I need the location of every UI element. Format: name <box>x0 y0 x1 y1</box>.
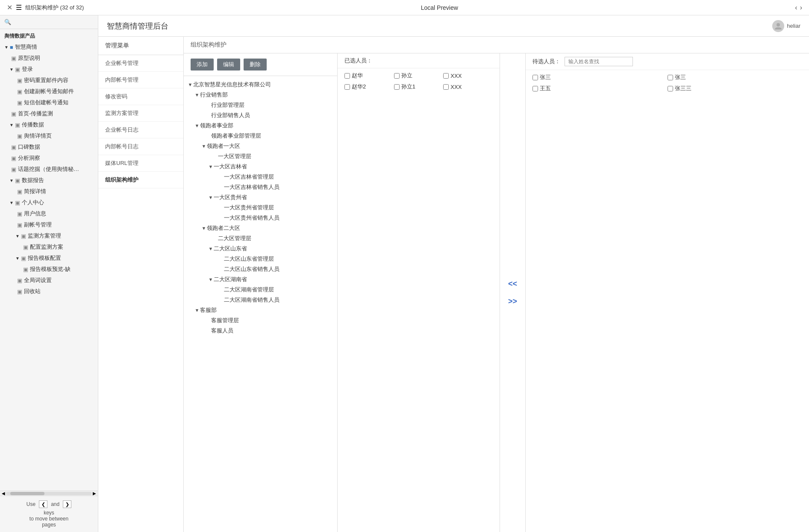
sidebar-item-9[interactable]: ▣ 口碑数据 <box>0 141 98 153</box>
close-icon[interactable]: ✕ <box>7 3 12 12</box>
sidebar-item-21[interactable]: ▣ 全局词设置 <box>0 275 98 286</box>
sidebar-horizontal-scrollbar[interactable]: ◀ ▶ <box>0 491 98 496</box>
sidebar-item-17[interactable]: ▼ ▣ 监测方案管理 <box>0 230 98 241</box>
candidate-person-3[interactable]: 张三三 <box>668 85 803 92</box>
tree-node-9[interactable]: 一大区吉林省销售人员 <box>184 182 337 192</box>
sidebar-item-0[interactable]: ▼ ■ 智慧商情 <box>0 41 98 53</box>
tree-node-12[interactable]: 一大区贵州省销售人员 <box>184 213 337 223</box>
selected-checkbox-0[interactable] <box>344 73 350 79</box>
tree-node-5[interactable]: ▼ 领跑者一大区 <box>184 141 337 151</box>
tree-node-22[interactable]: 客服管理层 <box>184 315 337 326</box>
selected-person-4[interactable]: 孙立1 <box>394 83 444 91</box>
candidate-checkbox-0[interactable] <box>532 75 538 80</box>
selected-person-2[interactable]: XXX <box>443 72 493 79</box>
tree-node-11[interactable]: 一大区贵州省管理层 <box>184 203 337 213</box>
menu-item-3[interactable]: 监测方案管理 <box>98 105 183 122</box>
sidebar-item-8[interactable]: ▣ 舆情详情页 <box>0 130 98 141</box>
tree-label-17: 二大区山东省销售人员 <box>224 265 279 273</box>
tree-node-18[interactable]: ▼ 二大区湖南省 <box>184 274 337 285</box>
sidebar-item-11[interactable]: ▣ 话题挖掘（使用舆情秘… <box>0 164 98 175</box>
menu-item-4[interactable]: 企业帐号日志 <box>98 122 183 138</box>
menu-item-1[interactable]: 内部帐号管理 <box>98 72 183 88</box>
selected-checkbox-2[interactable] <box>443 73 449 79</box>
sidebar-item-7[interactable]: ▼ ▣ 传播数据 <box>0 119 98 130</box>
sidebar-item-12[interactable]: ▼ ▣ 数据报告 <box>0 175 98 186</box>
menu-item-2[interactable]: 修改密码 <box>98 88 183 105</box>
tree-node-13[interactable]: ▼ 领跑者二大区 <box>184 223 337 233</box>
sidebar-item-4[interactable]: ▣ 创建副帐号通知邮件 <box>0 86 98 97</box>
scroll-left-btn[interactable]: ◀ <box>1 491 6 496</box>
transfer-left-btn[interactable]: << <box>508 279 517 288</box>
selected-checkbox-3[interactable] <box>344 84 350 90</box>
sidebar-item-14[interactable]: ▼ ▣ 个人中心 <box>0 197 98 208</box>
selected-checkbox-1[interactable] <box>394 73 400 79</box>
tree-node-14[interactable]: 二大区管理层 <box>184 233 337 244</box>
menu-icon[interactable]: ☰ <box>16 3 22 12</box>
item-icon: ▣ <box>17 77 22 84</box>
candidate-person-0[interactable]: 张三 <box>532 73 668 81</box>
sidebar-item-3[interactable]: ▣ 密码重置邮件内容 <box>0 75 98 86</box>
sidebar-item-19[interactable]: ▼ ▣ 报告模板配置 <box>0 253 98 264</box>
tree-label-0: 行业销售部 <box>200 91 228 99</box>
tree-root[interactable]: ▼ 北京智慧星光信息技术有限公司 <box>184 79 337 90</box>
sidebar-item-1[interactable]: ▣ 原型说明 <box>0 53 98 64</box>
tree-node-8[interactable]: 一大区吉林省管理层 <box>184 172 337 182</box>
tree-node-20[interactable]: 二大区湖南省销售人员 <box>184 295 337 305</box>
selected-checkbox-4[interactable] <box>394 84 400 90</box>
item-icon: ▣ <box>17 188 22 195</box>
candidate-checkbox-1[interactable] <box>668 75 673 80</box>
item-icon: ▣ <box>17 88 22 95</box>
sidebar-item-22[interactable]: ▣ 回收站 <box>0 286 98 297</box>
edit-button[interactable]: 编辑 <box>217 59 240 71</box>
sidebar-item-10[interactable]: ▣ 分析洞察 <box>0 153 98 164</box>
tree-node-4[interactable]: 领跑者事业部管理层 <box>184 131 337 141</box>
tree-node-1[interactable]: 行业部管理层 <box>184 100 337 110</box>
selected-person-3[interactable]: 赵华2 <box>344 83 394 91</box>
transfer-right-btn[interactable]: >> <box>508 297 517 306</box>
page-nav: Use ❮ and ❯ <box>26 500 71 508</box>
sidebar-item-6[interactable]: ▣ 首页-传播监测 <box>0 108 98 119</box>
candidate-checkbox-3[interactable] <box>668 86 673 91</box>
page-nav-next-btn[interactable]: ❯ <box>63 500 71 508</box>
tree-node-21[interactable]: ▼ 客服部 <box>184 305 337 315</box>
scrollbar-thumb[interactable] <box>10 492 44 495</box>
page-nav-prev-btn[interactable]: ❮ <box>39 500 47 508</box>
add-button[interactable]: 添加 <box>191 59 214 71</box>
sidebar-item-15[interactable]: ▣ 用户信息 <box>0 208 98 219</box>
sidebar-item-20[interactable]: ▣ 报告模板预览-缺 <box>0 264 98 275</box>
nav-back-btn[interactable]: ‹ <box>795 4 797 12</box>
sidebar-item-18[interactable]: ▣ 配置监测方案 <box>0 241 98 253</box>
tree-node-7[interactable]: ▼ 一大区吉林省 <box>184 162 337 172</box>
candidate-search-input[interactable] <box>565 57 633 66</box>
sidebar-item-13[interactable]: ▣ 简报详情 <box>0 186 98 197</box>
nav-forward-btn[interactable]: › <box>800 4 802 12</box>
tree-node-3[interactable]: ▼ 领跑者事业部 <box>184 121 337 131</box>
tree-node-16[interactable]: 二大区山东省管理层 <box>184 254 337 264</box>
search-input[interactable] <box>13 19 94 25</box>
tree-node-17[interactable]: 二大区山东省销售人员 <box>184 264 337 274</box>
selected-person-5[interactable]: XXX <box>443 83 493 91</box>
selected-person-1[interactable]: 孙立 <box>394 72 444 79</box>
delete-button[interactable]: 删除 <box>244 59 267 71</box>
tree-node-15[interactable]: ▼ 二大区山东省 <box>184 244 337 254</box>
selected-checkbox-5[interactable] <box>443 84 449 90</box>
menu-item-0[interactable]: 企业帐号管理 <box>98 55 183 72</box>
sidebar-item-5[interactable]: ▣ 短信创建帐号通知 <box>0 97 98 108</box>
tree-node-23[interactable]: 客服人员 <box>184 326 337 336</box>
top-bar-center: Local Preview <box>421 4 458 11</box>
sidebar-item-2[interactable]: ▼ ▣ 登录 <box>0 64 98 75</box>
menu-item-5[interactable]: 内部帐号日志 <box>98 138 183 155</box>
tree-node-10[interactable]: ▼ 一大区贵州省 <box>184 192 337 203</box>
tree-node-0[interactable]: ▼ 行业销售部 <box>184 90 337 100</box>
tree-node-2[interactable]: 行业部销售人员 <box>184 110 337 121</box>
candidate-checkbox-2[interactable] <box>532 86 538 91</box>
scroll-right-btn[interactable]: ▶ <box>92 491 97 496</box>
menu-item-7[interactable]: 组织架构维护 <box>98 172 183 188</box>
tree-node-6[interactable]: 一大区管理层 <box>184 151 337 162</box>
candidate-person-1[interactable]: 张三 <box>668 73 803 81</box>
menu-item-6[interactable]: 媒体URL管理 <box>98 155 183 172</box>
tree-node-19[interactable]: 二大区湖南省管理层 <box>184 285 337 295</box>
selected-person-0[interactable]: 赵华 <box>344 72 394 79</box>
sidebar-item-16[interactable]: ▣ 副帐号管理 <box>0 219 98 230</box>
candidate-person-2[interactable]: 王五 <box>532 85 668 92</box>
